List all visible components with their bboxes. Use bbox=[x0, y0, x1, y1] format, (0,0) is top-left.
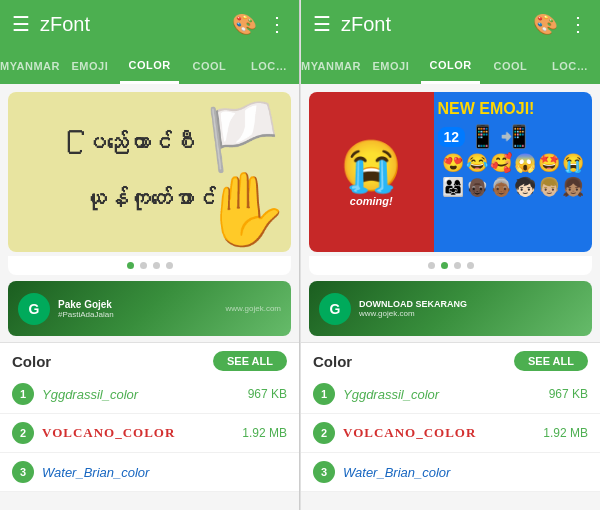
right-banner-url: www.gojek.com bbox=[359, 309, 582, 318]
right-font-item-2[interactable]: 2 VOLCANO_COLOR 1.92 MB bbox=[301, 414, 600, 453]
right-font-item-3[interactable]: 3 Water_Brian_color bbox=[301, 453, 600, 492]
emoji-6: 😭 bbox=[562, 152, 584, 174]
emoji-11: 👦🏼 bbox=[538, 176, 560, 198]
right-see-all-button[interactable]: SEE ALL bbox=[514, 351, 588, 371]
font-name-2-left: VOLCANO_COLOR bbox=[42, 425, 234, 441]
font-name-3-left: Water_Brian_color bbox=[42, 465, 279, 480]
myanmar-line1: ပြည်တောင်စီ bbox=[84, 131, 216, 157]
right-panel: ☰ zFont 🎨 ⋮ MYANMAR EMOJI COLOR COOL LOC… bbox=[300, 0, 600, 510]
gojek-logo-left: G bbox=[18, 293, 50, 325]
left-section-title: Color bbox=[12, 353, 51, 370]
new-emoji-title: NEW EMOJI! bbox=[438, 100, 535, 118]
banner-subtitle-left: #PastiAdaJalan bbox=[58, 310, 114, 319]
emoji-1: 😍 bbox=[442, 152, 464, 174]
right-menu-icon[interactable]: ☰ bbox=[313, 12, 331, 36]
font-number-3-right: 3 bbox=[313, 461, 335, 483]
emoji-4: 😱 bbox=[514, 152, 536, 174]
emoji-3: 🥰 bbox=[490, 152, 512, 174]
right-carousel-dots bbox=[309, 256, 592, 275]
hand-flag-icon: 🏳️ bbox=[203, 100, 283, 175]
dot-2 bbox=[140, 262, 147, 269]
left-font-list: 1 Yggdrassil_color 967 KB 2 VOLCANO_COLO… bbox=[0, 375, 299, 492]
red-banner-part: 😭 coming! bbox=[309, 92, 434, 252]
left-content: ပြည်တောင်စီ ယုန်ကုတ်ဖောင် 🏳️ ✋ G Pake Go… bbox=[0, 84, 299, 510]
right-carousel[interactable]: 😭 coming! NEW EMOJI! 12 📱 📲 😍 😂 bbox=[309, 92, 592, 252]
right-topbar: ☰ zFont 🎨 ⋮ bbox=[301, 0, 600, 48]
gojek-logo-right: G bbox=[319, 293, 351, 325]
left-app-title: zFont bbox=[40, 13, 222, 36]
emoji-5: 🤩 bbox=[538, 152, 560, 174]
left-font-item-1[interactable]: 1 Yggdrassil_color 967 KB bbox=[0, 375, 299, 414]
left-section-header: Color SEE ALL bbox=[0, 342, 299, 375]
coming-text: coming! bbox=[350, 195, 393, 207]
tab-local-left[interactable]: LOC… bbox=[239, 48, 299, 84]
tab-emoji-right[interactable]: EMOJI bbox=[361, 48, 421, 84]
left-carousel-slide: ပြည်တောင်စီ ယုန်ကုတ်ဖောင် 🏳️ ✋ bbox=[8, 92, 291, 252]
ios-12-badge: 12 bbox=[438, 127, 466, 147]
right-more-icon[interactable]: ⋮ bbox=[568, 12, 588, 36]
font-number-1-left: 1 bbox=[12, 383, 34, 405]
font-number-1-right: 1 bbox=[313, 383, 335, 405]
tab-myanmar-left[interactable]: MYANMAR bbox=[0, 48, 60, 84]
right-font-item-1[interactable]: 1 Yggdrassil_color 967 KB bbox=[301, 375, 600, 414]
right-app-title: zFont bbox=[341, 13, 523, 36]
tab-color-left[interactable]: COLOR bbox=[120, 48, 180, 84]
banner-title-left: Pake Gojek bbox=[58, 299, 114, 310]
gojek-g-right: G bbox=[330, 301, 341, 317]
left-see-all-button[interactable]: SEE ALL bbox=[213, 351, 287, 371]
font-name-3-right: Water_Brian_color bbox=[343, 465, 580, 480]
font-size-2-left: 1.92 MB bbox=[242, 426, 287, 440]
tab-myanmar-right[interactable]: MYANMAR bbox=[301, 48, 361, 84]
emoji-row-1: 😍 😂 🥰 😱 🤩 😭 bbox=[438, 152, 588, 174]
font-size-1-right: 967 KB bbox=[549, 387, 588, 401]
right-dot-4 bbox=[467, 262, 474, 269]
font-name-2-right: VOLCANO_COLOR bbox=[343, 425, 535, 441]
left-banner-ad[interactable]: G Pake Gojek #PastiAdaJalan www.gojek.co… bbox=[8, 281, 291, 336]
font-number-3-left: 3 bbox=[12, 461, 34, 483]
left-font-item-2[interactable]: 2 VOLCANO_COLOR 1.92 MB bbox=[0, 414, 299, 453]
right-tabs: MYANMAR EMOJI COLOR COOL LOC… bbox=[301, 48, 600, 84]
left-menu-icon[interactable]: ☰ bbox=[12, 12, 30, 36]
right-dot-3 bbox=[454, 262, 461, 269]
font-name-1-right: Yggdrassil_color bbox=[343, 387, 541, 402]
right-palette-icon[interactable]: 🎨 bbox=[533, 12, 558, 36]
emoji-7: 👨‍👩‍👧 bbox=[442, 176, 464, 198]
crying-emoji-icon: 😭 bbox=[340, 137, 402, 195]
left-carousel-dots bbox=[8, 256, 291, 275]
dot-1 bbox=[127, 262, 134, 269]
left-font-item-3[interactable]: 3 Water_Brian_color bbox=[0, 453, 299, 492]
font-size-2-right: 1.92 MB bbox=[543, 426, 588, 440]
banner-text-block: Pake Gojek #PastiAdaJalan bbox=[58, 299, 114, 319]
right-banner-text: DOWNLOAD SEKARANG www.gojek.com bbox=[359, 299, 582, 318]
myanmar-line2: ယုန်ကုတ်ဖောင် bbox=[84, 187, 216, 213]
left-panel: ☰ zFont 🎨 ⋮ MYANMAR EMOJI COLOR COOL LOC… bbox=[0, 0, 300, 510]
font-number-2-left: 2 bbox=[12, 422, 34, 444]
left-carousel[interactable]: ပြည်တောင်စီ ယုန်ကုတ်ဖောင် 🏳️ ✋ bbox=[8, 92, 291, 252]
left-topbar: ☰ zFont 🎨 ⋮ bbox=[0, 0, 299, 48]
emoji-2: 😂 bbox=[466, 152, 488, 174]
right-dot-1 bbox=[428, 262, 435, 269]
right-section-title: Color bbox=[313, 353, 352, 370]
right-section-header: Color SEE ALL bbox=[301, 342, 600, 375]
emoji-9: 👵🏾 bbox=[490, 176, 512, 198]
right-dot-2 bbox=[441, 262, 448, 269]
left-palette-icon[interactable]: 🎨 bbox=[232, 12, 257, 36]
right-font-list: 1 Yggdrassil_color 967 KB 2 VOLCANO_COLO… bbox=[301, 375, 600, 492]
right-banner-ad[interactable]: G DOWNLOAD SEKARANG www.gojek.com bbox=[309, 281, 592, 336]
tab-cool-left[interactable]: COOL bbox=[179, 48, 239, 84]
font-size-1-left: 967 KB bbox=[248, 387, 287, 401]
tab-cool-right[interactable]: COOL bbox=[480, 48, 540, 84]
left-more-icon[interactable]: ⋮ bbox=[267, 12, 287, 36]
hand-holding-icon: ✋ bbox=[201, 167, 291, 252]
font-name-1-left: Yggdrassil_color bbox=[42, 387, 240, 402]
phone-icon: 📱 bbox=[469, 124, 496, 150]
dot-3 bbox=[153, 262, 160, 269]
gojek-g-letter: G bbox=[29, 301, 40, 317]
tab-color-right[interactable]: COLOR bbox=[421, 48, 481, 84]
tab-emoji-left[interactable]: EMOJI bbox=[60, 48, 120, 84]
blue-banner-part: NEW EMOJI! 12 📱 📲 😍 😂 🥰 😱 🤩 😭 bbox=[434, 92, 592, 252]
emoji-12: 👧🏽 bbox=[562, 176, 584, 198]
emoji-row-2: 👨‍👩‍👧 👴🏿 👵🏾 🧒🏻 👦🏼 👧🏽 bbox=[438, 176, 588, 198]
tab-local-right[interactable]: LOC… bbox=[540, 48, 600, 84]
emoji-10: 🧒🏻 bbox=[514, 176, 536, 198]
